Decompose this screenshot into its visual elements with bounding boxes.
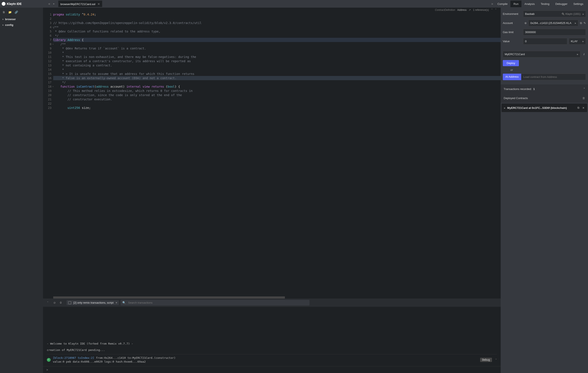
tx-rec-count: 1: [533, 88, 535, 91]
tab-analysis[interactable]: Analysis: [521, 1, 537, 7]
edit-account-icon[interactable]: ✎: [584, 22, 586, 25]
filter-checkbox[interactable]: [68, 301, 71, 304]
expand-contract-icon[interactable]: ▸: [504, 106, 505, 110]
run-panel: Environment Baobab 🔌Klaytn (1001)▸ Accou…: [501, 8, 588, 373]
tab-compile[interactable]: Compile: [494, 1, 511, 7]
add-account-icon[interactable]: ⊕: [525, 22, 527, 25]
remove-contract-icon[interactable]: ✕: [582, 106, 585, 110]
close-icon[interactable]: ✕: [97, 2, 100, 6]
context-refs: 1 reference(s): [473, 9, 489, 11]
tabs-scroll-left[interactable]: «: [47, 2, 52, 6]
ref-up-icon[interactable]: ˄: [491, 9, 493, 11]
right-tabs: Compile Run Analysis Testing Debugger Se…: [494, 1, 586, 7]
gas-limit-input[interactable]: [525, 31, 584, 34]
chevron-down-icon: ▾: [116, 301, 117, 304]
search-transactions: 🔍: [121, 300, 310, 306]
deploy-button[interactable]: Deploy: [503, 60, 519, 66]
topbar: Klaytn IDE « ＋ browser/MyERC721Card.sol …: [0, 0, 588, 8]
transactions-recorded[interactable]: Transactions recorded: 1 ˅: [501, 84, 588, 94]
search-icon: 🔍: [121, 301, 127, 304]
value-input[interactable]: [525, 40, 565, 43]
chevron-down-icon[interactable]: ˅: [584, 88, 585, 91]
value-unit-select[interactable]: KLAY ▸: [569, 38, 586, 44]
deployed-contract-name: MyERC721Card at 0x1FC...53D0f (blockchai…: [507, 106, 574, 110]
env-label: Environment: [503, 12, 523, 15]
console-pending: creation of MyERC721Card pending...: [47, 348, 497, 351]
gas-limit-wrap: [523, 29, 586, 35]
tx-filter-dropdown[interactable]: [2] only remix transactions, script ▾: [67, 300, 119, 305]
context-addr: Address: [457, 9, 467, 11]
file-tab[interactable]: browser/MyERC721Card.sol ✕: [58, 1, 102, 7]
search-input[interactable]: [127, 300, 310, 306]
value-label: Value: [503, 40, 523, 43]
account-select[interactable]: 0x264...c1410 (25.61544525 KLA ▸: [528, 20, 578, 26]
tree-browser[interactable]: browser: [0, 16, 43, 22]
tab-run[interactable]: Run: [510, 1, 521, 7]
deployed-contract-item: ▸ MyERC721Card at 0x1FC...53D0f (blockch…: [502, 104, 587, 112]
at-address-input[interactable]: [523, 75, 584, 78]
debug-button[interactable]: Debug: [480, 358, 492, 362]
editor-horizontal-scrollbar[interactable]: [53, 296, 491, 298]
tx-block: [block:2718987 txIndex:2]: [53, 356, 94, 359]
contract-select[interactable]: MyERC721Card ▸: [503, 51, 580, 57]
context-bar: ContractDefinition Address ↗ 1 reference…: [43, 8, 501, 12]
tx-expand-icon[interactable]: ˅: [495, 358, 497, 362]
gas-label: Gas limit: [503, 31, 523, 34]
tx-rec-label: Transactions recorded:: [504, 88, 532, 91]
tab-debugger[interactable]: Debugger: [552, 1, 570, 7]
console-prompt[interactable]: >: [43, 366, 501, 373]
tree-config[interactable]: config: [0, 22, 43, 28]
logo-text: Klaytn IDE: [7, 2, 22, 6]
file-tab-label: browser/MyERC721Card.sol: [60, 2, 95, 6]
environment-select[interactable]: Baobab 🔌Klaytn (1001)▸: [523, 11, 586, 17]
copy-address-icon[interactable]: ⧉: [578, 106, 579, 110]
tab-settings[interactable]: Settings: [570, 1, 586, 7]
code-editor[interactable]: 1234567891011121314151617181920212223 pr…: [43, 12, 501, 296]
clear-console-icon[interactable]: ⊘: [52, 300, 57, 305]
env-net: Klaytn (1001): [566, 12, 581, 15]
contract-info-icon[interactable]: i: [582, 51, 586, 57]
tx-line2: value:0 peb data:0x608...e0029 logs:0 ha…: [53, 360, 146, 363]
pending-count: 0: [59, 301, 63, 304]
new-file-icon[interactable]: ＋: [52, 1, 56, 6]
deployed-header-label: Deployed Contracts: [504, 97, 528, 100]
open-folder-icon[interactable]: 📁: [8, 11, 12, 14]
trash-icon[interactable]: 🗑: [582, 97, 585, 100]
ref-down-icon[interactable]: ˅: [495, 9, 496, 11]
goto-icon[interactable]: ↗: [469, 9, 471, 11]
logo: Klaytn IDE: [2, 2, 22, 6]
plug-icon: 🔌: [561, 12, 565, 15]
file-explorer: 🗎 📁 🔗 browser config: [0, 8, 43, 373]
tx-body: [block:2718987 txIndex:2] from:0x264...c…: [53, 356, 478, 364]
logo-icon: [2, 2, 6, 6]
filter-label: [2] only remix transactions, script: [73, 301, 113, 304]
account-label: Account: [503, 22, 523, 25]
copy-account-icon[interactable]: ⧉: [580, 22, 582, 25]
console-welcome: - Welcome to Klaytn IDE (forked from Rem…: [47, 342, 497, 345]
account-value: 0x264...c1410 (25.61544525 KLA: [530, 22, 571, 25]
value-unit: KLAY: [571, 40, 578, 43]
tx-log-row[interactable]: [block:2718987 txIndex:2] from:0x264...c…: [47, 354, 497, 365]
tx-success-icon: [47, 358, 51, 362]
tabs-scroll-right[interactable]: »: [490, 2, 494, 6]
tab-testing[interactable]: Testing: [538, 1, 552, 7]
tx-line1: from:0x264...c1410 to:MyERC721Card.(cons…: [96, 356, 176, 359]
console-toolbar: ˅ ⊘ 0 [2] only remix transactions, scrip…: [43, 298, 501, 307]
console-output: - Welcome to Klaytn IDE (forked from Rem…: [43, 307, 501, 366]
link-icon[interactable]: 🔗: [15, 11, 18, 14]
context-def: ContractDefinition: [435, 9, 455, 11]
at-address-button[interactable]: At Address: [503, 74, 521, 80]
contract-name: MyERC721Card: [505, 53, 525, 56]
collapse-console-icon[interactable]: ˅: [45, 300, 50, 305]
deployed-contracts-header: Deployed Contracts 🗑: [501, 94, 588, 103]
or-text: or: [503, 66, 586, 74]
create-file-icon[interactable]: 🗎: [2, 11, 5, 14]
env-value: Baobab: [525, 12, 535, 15]
